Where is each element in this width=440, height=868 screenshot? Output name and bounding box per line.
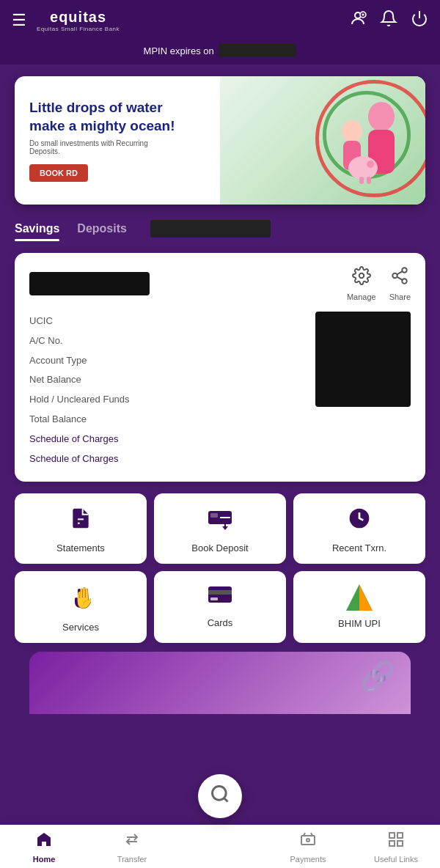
power-icon[interactable] [411,10,428,32]
statements-button[interactable]: Statements [15,493,147,564]
svg-rect-35 [397,833,403,838]
manage-icon [352,266,371,290]
bottom-preview-decor: 🔗 [359,659,396,694]
account-info-list: UCIC A/C No. Account Type Net Balance Ho… [29,312,304,468]
nav-transfer-label: Transfer [117,855,147,864]
account-tabs: Savings Deposits [0,216,440,241]
svg-line-30 [224,798,227,801]
svg-marker-23 [222,526,228,530]
soc2-label: Schedule of Charges [29,453,118,464]
svg-point-13 [393,273,398,279]
recent-txn-label: Recent Txrn. [332,542,386,553]
logo: equitas Equitas Small Finance Bank [37,9,120,32]
recent-txn-button[interactable]: Recent Txrn. [293,493,425,564]
soc2-row[interactable]: Schedule of Charges [29,449,304,469]
share-icon [390,266,409,290]
book-deposit-icon [207,507,233,535]
tab-deposits[interactable]: Deposits [77,216,127,241]
cards-icon [208,584,232,610]
home-icon [35,831,53,853]
svg-point-14 [403,279,408,284]
bhim-upi-label: BHIM UPI [338,618,381,629]
ucic-label: UCIC [29,315,53,326]
nav-home[interactable]: Home [22,831,66,864]
manage-label: Manage [347,293,376,301]
statements-label: Statements [56,542,105,553]
cards-label: Cards [208,617,233,628]
svg-rect-28 [210,597,218,600]
book-deposit-button[interactable]: Book Deposit [154,493,286,564]
account-card-header: Manage Share [29,266,411,301]
logo-sub: Equitas Small Finance Bank [37,26,120,32]
svg-rect-36 [397,841,403,846]
svg-point-33 [307,839,309,842]
mpin-label: MPIN expires on [144,45,214,56]
nav-transfer[interactable]: Transfer [110,831,154,864]
account-type-row: Account Type [29,351,304,371]
account-qr-code [315,312,411,407]
profile-settings-icon[interactable] [349,10,367,32]
mpin-bar: MPIN expires on [0,41,440,65]
tab-savings[interactable]: Savings [15,216,59,241]
services-button[interactable]: ✋ Services [15,571,147,643]
net-balance-row: Net Balance [29,370,304,390]
bhim-upi-button[interactable]: BHIM UPI [293,571,425,643]
soc1-row[interactable]: Schedule of Charges [29,430,304,449]
nav-useful-links[interactable]: Useful Links [374,831,418,864]
svg-rect-20 [210,513,218,518]
manage-button[interactable]: Manage [347,266,376,301]
promo-banner[interactable]: Little drops of water make a mighty ocea… [15,76,425,205]
banner-subtitle: Do small investments with Recurring Depo… [29,139,161,155]
svg-line-16 [397,271,403,274]
account-actions: Manage Share [347,266,411,301]
svg-point-11 [359,273,364,279]
share-button[interactable]: Share [389,266,411,301]
book-rd-button[interactable]: BOOK RD [29,164,88,182]
cards-button[interactable]: Cards [154,571,286,643]
svg-rect-34 [389,833,395,838]
nav-payments[interactable]: Payments [286,831,330,864]
banner-title: Little drops of water make a mighty ocea… [29,99,176,135]
search-fab-icon [210,784,230,809]
quick-actions-grid: Statements Book Deposit Recent Txrn. [15,493,425,643]
ucic-row: UCIC [29,312,304,331]
total-balance-row: Total Balance [29,410,304,430]
notifications-icon[interactable] [380,10,397,32]
header-icons [349,10,428,32]
soc1-label: Schedule of Charges [29,433,118,444]
account-card: Manage Share UCIC [15,253,425,482]
useful-links-icon [387,831,405,853]
statements-icon [69,507,92,535]
svg-point-12 [403,268,408,273]
bhim-upi-icon [346,584,373,611]
nav-home-label: Home [33,855,56,864]
account-type-label: Account Type [29,355,87,366]
svg-line-15 [397,277,403,280]
hold-funds-label: Hold / Uncleared Funds [29,394,130,405]
payments-icon [299,831,317,853]
services-label: Services [62,622,99,633]
hamburger-menu[interactable]: ☰ [12,11,26,30]
acno-row: A/C No. [29,331,304,351]
app-header: ☰ equitas Equitas Small Finance Bank [0,0,440,41]
svg-text:✋: ✋ [72,586,91,609]
bottom-navigation: Home Transfer Payments [0,825,440,868]
nav-payments-label: Payments [290,855,326,864]
share-label: Share [389,293,411,301]
svg-rect-37 [389,841,395,846]
account-details: UCIC A/C No. Account Type Net Balance Ho… [29,312,411,468]
hold-funds-row: Hold / Uncleared Funds [29,390,304,410]
book-deposit-label: Book Deposit [191,542,248,553]
nav-useful-links-label: Useful Links [374,855,418,864]
svg-point-29 [213,786,227,800]
banner-content: Little drops of water make a mighty ocea… [15,86,425,194]
tab-redacted [150,220,271,238]
total-balance-label: Total Balance [29,413,87,424]
search-fab-button[interactable] [198,774,242,818]
account-name-redacted [29,272,150,295]
transfer-icon [123,831,141,853]
bottom-preview-card: 🔗 [29,652,411,714]
logo-text: equitas [50,9,106,26]
svg-rect-27 [208,590,232,595]
acno-label: A/C No. [29,335,63,346]
